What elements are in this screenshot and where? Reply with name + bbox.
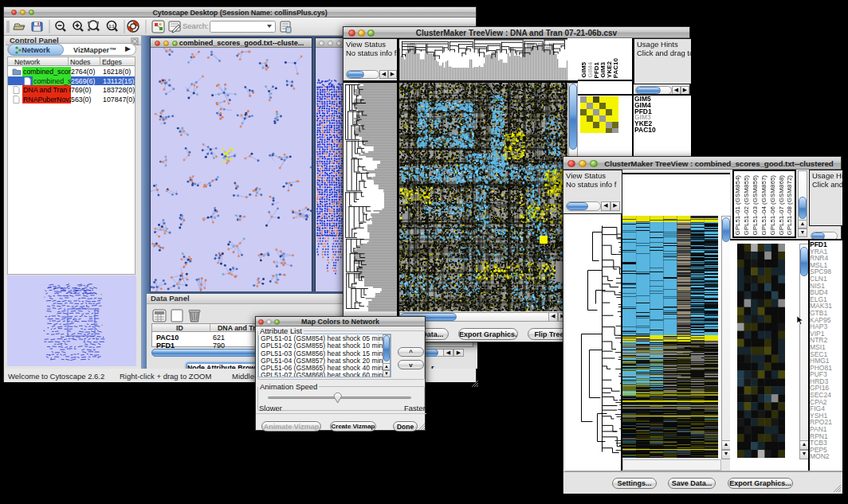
svg-text:Search:: Search: [183,21,209,30]
svg-text:1:1: 1:1 [108,24,114,29]
